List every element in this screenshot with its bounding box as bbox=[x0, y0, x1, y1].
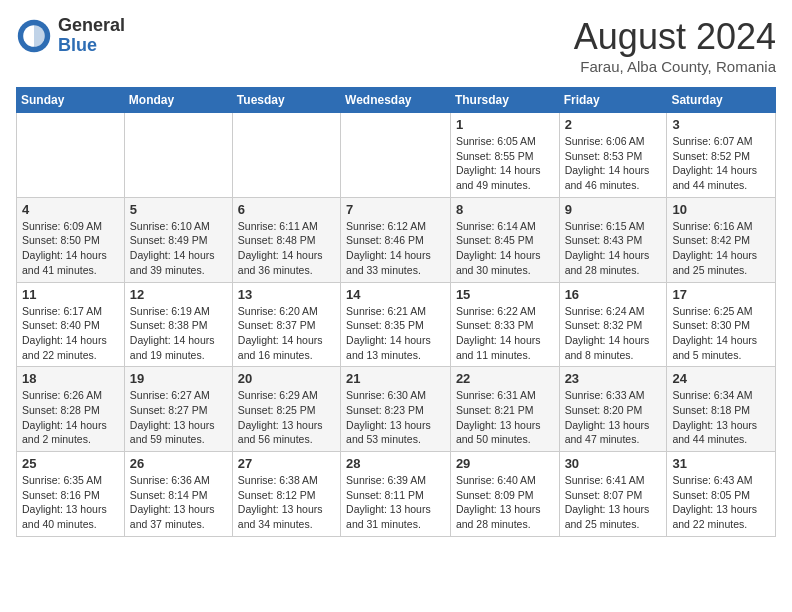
day-info: Sunrise: 6:14 AM Sunset: 8:45 PM Dayligh… bbox=[456, 219, 554, 278]
day-number: 31 bbox=[672, 456, 770, 471]
logo-blue-text: Blue bbox=[58, 36, 125, 56]
day-number: 24 bbox=[672, 371, 770, 386]
day-info: Sunrise: 6:15 AM Sunset: 8:43 PM Dayligh… bbox=[565, 219, 662, 278]
day-number: 17 bbox=[672, 287, 770, 302]
day-info: Sunrise: 6:05 AM Sunset: 8:55 PM Dayligh… bbox=[456, 134, 554, 193]
logo: General Blue bbox=[16, 16, 125, 56]
day-number: 27 bbox=[238, 456, 335, 471]
day-number: 16 bbox=[565, 287, 662, 302]
day-info: Sunrise: 6:22 AM Sunset: 8:33 PM Dayligh… bbox=[456, 304, 554, 363]
logo-text: General Blue bbox=[58, 16, 125, 56]
day-number: 3 bbox=[672, 117, 770, 132]
day-number: 15 bbox=[456, 287, 554, 302]
day-number: 25 bbox=[22, 456, 119, 471]
day-number: 21 bbox=[346, 371, 445, 386]
calendar-cell: 9Sunrise: 6:15 AM Sunset: 8:43 PM Daylig… bbox=[559, 197, 667, 282]
day-number: 7 bbox=[346, 202, 445, 217]
calendar-cell: 17Sunrise: 6:25 AM Sunset: 8:30 PM Dayli… bbox=[667, 282, 776, 367]
day-info: Sunrise: 6:09 AM Sunset: 8:50 PM Dayligh… bbox=[22, 219, 119, 278]
day-info: Sunrise: 6:19 AM Sunset: 8:38 PM Dayligh… bbox=[130, 304, 227, 363]
day-number: 30 bbox=[565, 456, 662, 471]
calendar-cell: 19Sunrise: 6:27 AM Sunset: 8:27 PM Dayli… bbox=[124, 367, 232, 452]
calendar-cell: 11Sunrise: 6:17 AM Sunset: 8:40 PM Dayli… bbox=[17, 282, 125, 367]
day-number: 14 bbox=[346, 287, 445, 302]
calendar-week-row: 18Sunrise: 6:26 AM Sunset: 8:28 PM Dayli… bbox=[17, 367, 776, 452]
calendar-cell: 25Sunrise: 6:35 AM Sunset: 8:16 PM Dayli… bbox=[17, 452, 125, 537]
calendar-cell: 30Sunrise: 6:41 AM Sunset: 8:07 PM Dayli… bbox=[559, 452, 667, 537]
calendar-cell: 14Sunrise: 6:21 AM Sunset: 8:35 PM Dayli… bbox=[341, 282, 451, 367]
calendar-cell: 21Sunrise: 6:30 AM Sunset: 8:23 PM Dayli… bbox=[341, 367, 451, 452]
day-number: 26 bbox=[130, 456, 227, 471]
weekday-header-wednesday: Wednesday bbox=[341, 88, 451, 113]
day-info: Sunrise: 6:36 AM Sunset: 8:14 PM Dayligh… bbox=[130, 473, 227, 532]
calendar-cell: 12Sunrise: 6:19 AM Sunset: 8:38 PM Dayli… bbox=[124, 282, 232, 367]
calendar-cell bbox=[17, 113, 125, 198]
day-info: Sunrise: 6:24 AM Sunset: 8:32 PM Dayligh… bbox=[565, 304, 662, 363]
day-info: Sunrise: 6:17 AM Sunset: 8:40 PM Dayligh… bbox=[22, 304, 119, 363]
weekday-header-tuesday: Tuesday bbox=[232, 88, 340, 113]
day-info: Sunrise: 6:29 AM Sunset: 8:25 PM Dayligh… bbox=[238, 388, 335, 447]
day-number: 10 bbox=[672, 202, 770, 217]
day-number: 8 bbox=[456, 202, 554, 217]
weekday-header-friday: Friday bbox=[559, 88, 667, 113]
calendar-cell bbox=[124, 113, 232, 198]
day-number: 4 bbox=[22, 202, 119, 217]
day-number: 19 bbox=[130, 371, 227, 386]
calendar-cell: 4Sunrise: 6:09 AM Sunset: 8:50 PM Daylig… bbox=[17, 197, 125, 282]
day-number: 29 bbox=[456, 456, 554, 471]
day-info: Sunrise: 6:33 AM Sunset: 8:20 PM Dayligh… bbox=[565, 388, 662, 447]
day-number: 12 bbox=[130, 287, 227, 302]
day-info: Sunrise: 6:16 AM Sunset: 8:42 PM Dayligh… bbox=[672, 219, 770, 278]
calendar-cell bbox=[341, 113, 451, 198]
day-number: 9 bbox=[565, 202, 662, 217]
day-number: 20 bbox=[238, 371, 335, 386]
logo-general-text: General bbox=[58, 16, 125, 36]
day-number: 2 bbox=[565, 117, 662, 132]
day-info: Sunrise: 6:20 AM Sunset: 8:37 PM Dayligh… bbox=[238, 304, 335, 363]
weekday-header-saturday: Saturday bbox=[667, 88, 776, 113]
calendar-cell: 15Sunrise: 6:22 AM Sunset: 8:33 PM Dayli… bbox=[450, 282, 559, 367]
weekday-header-thursday: Thursday bbox=[450, 88, 559, 113]
calendar-cell: 8Sunrise: 6:14 AM Sunset: 8:45 PM Daylig… bbox=[450, 197, 559, 282]
calendar-week-row: 25Sunrise: 6:35 AM Sunset: 8:16 PM Dayli… bbox=[17, 452, 776, 537]
weekday-header-sunday: Sunday bbox=[17, 88, 125, 113]
day-number: 5 bbox=[130, 202, 227, 217]
day-number: 22 bbox=[456, 371, 554, 386]
day-info: Sunrise: 6:25 AM Sunset: 8:30 PM Dayligh… bbox=[672, 304, 770, 363]
day-number: 23 bbox=[565, 371, 662, 386]
day-info: Sunrise: 6:27 AM Sunset: 8:27 PM Dayligh… bbox=[130, 388, 227, 447]
calendar-cell: 1Sunrise: 6:05 AM Sunset: 8:55 PM Daylig… bbox=[450, 113, 559, 198]
calendar-cell: 26Sunrise: 6:36 AM Sunset: 8:14 PM Dayli… bbox=[124, 452, 232, 537]
day-info: Sunrise: 6:21 AM Sunset: 8:35 PM Dayligh… bbox=[346, 304, 445, 363]
calendar-table: SundayMondayTuesdayWednesdayThursdayFrid… bbox=[16, 87, 776, 537]
day-info: Sunrise: 6:06 AM Sunset: 8:53 PM Dayligh… bbox=[565, 134, 662, 193]
day-number: 18 bbox=[22, 371, 119, 386]
calendar-cell: 5Sunrise: 6:10 AM Sunset: 8:49 PM Daylig… bbox=[124, 197, 232, 282]
day-info: Sunrise: 6:07 AM Sunset: 8:52 PM Dayligh… bbox=[672, 134, 770, 193]
weekday-header-row: SundayMondayTuesdayWednesdayThursdayFrid… bbox=[17, 88, 776, 113]
calendar-cell: 22Sunrise: 6:31 AM Sunset: 8:21 PM Dayli… bbox=[450, 367, 559, 452]
day-info: Sunrise: 6:10 AM Sunset: 8:49 PM Dayligh… bbox=[130, 219, 227, 278]
calendar-week-row: 1Sunrise: 6:05 AM Sunset: 8:55 PM Daylig… bbox=[17, 113, 776, 198]
day-info: Sunrise: 6:35 AM Sunset: 8:16 PM Dayligh… bbox=[22, 473, 119, 532]
calendar-cell: 29Sunrise: 6:40 AM Sunset: 8:09 PM Dayli… bbox=[450, 452, 559, 537]
calendar-week-row: 4Sunrise: 6:09 AM Sunset: 8:50 PM Daylig… bbox=[17, 197, 776, 282]
day-info: Sunrise: 6:38 AM Sunset: 8:12 PM Dayligh… bbox=[238, 473, 335, 532]
day-number: 13 bbox=[238, 287, 335, 302]
day-info: Sunrise: 6:39 AM Sunset: 8:11 PM Dayligh… bbox=[346, 473, 445, 532]
day-info: Sunrise: 6:11 AM Sunset: 8:48 PM Dayligh… bbox=[238, 219, 335, 278]
day-info: Sunrise: 6:30 AM Sunset: 8:23 PM Dayligh… bbox=[346, 388, 445, 447]
calendar-cell bbox=[232, 113, 340, 198]
day-info: Sunrise: 6:41 AM Sunset: 8:07 PM Dayligh… bbox=[565, 473, 662, 532]
calendar-cell: 3Sunrise: 6:07 AM Sunset: 8:52 PM Daylig… bbox=[667, 113, 776, 198]
day-number: 11 bbox=[22, 287, 119, 302]
calendar-week-row: 11Sunrise: 6:17 AM Sunset: 8:40 PM Dayli… bbox=[17, 282, 776, 367]
title-area: August 2024 Farau, Alba County, Romania bbox=[574, 16, 776, 75]
calendar-cell: 28Sunrise: 6:39 AM Sunset: 8:11 PM Dayli… bbox=[341, 452, 451, 537]
day-info: Sunrise: 6:26 AM Sunset: 8:28 PM Dayligh… bbox=[22, 388, 119, 447]
calendar-cell: 24Sunrise: 6:34 AM Sunset: 8:18 PM Dayli… bbox=[667, 367, 776, 452]
calendar-cell: 7Sunrise: 6:12 AM Sunset: 8:46 PM Daylig… bbox=[341, 197, 451, 282]
day-info: Sunrise: 6:12 AM Sunset: 8:46 PM Dayligh… bbox=[346, 219, 445, 278]
calendar-cell: 31Sunrise: 6:43 AM Sunset: 8:05 PM Dayli… bbox=[667, 452, 776, 537]
calendar-cell: 20Sunrise: 6:29 AM Sunset: 8:25 PM Dayli… bbox=[232, 367, 340, 452]
